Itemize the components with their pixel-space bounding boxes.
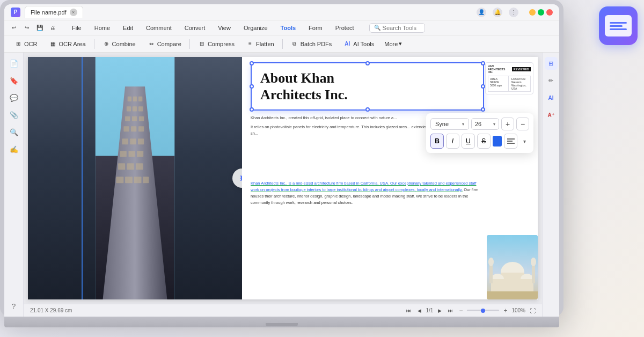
menu-home[interactable]: Home [92,24,112,32]
svg-rect-4 [133,97,137,101]
batch-btn[interactable]: ⧉ Batch PDFs [286,38,337,50]
close-btn[interactable] [546,9,553,16]
sidebar-search-icon[interactable]: 🔍 [8,126,20,138]
search-tools-input[interactable] [383,25,420,31]
zoom-in-btn[interactable]: + [503,307,507,314]
more-btn[interactable]: More ▾ [381,39,405,48]
menu-tools[interactable]: Tools [279,24,298,32]
page-navigation: ⏮ ◀ 1/1 ▶ ⏭ [404,306,455,315]
menu-convert[interactable]: Convert [182,24,208,32]
compress-btn[interactable]: ⊟ Compress [193,38,239,50]
font-select[interactable]: Syne ▾ [430,118,469,130]
menu-comment[interactable]: Comment [144,24,174,32]
undo-icon[interactable]: ↩ [10,24,18,32]
svg-rect-11 [139,116,144,121]
tab-close-btn[interactable]: × [70,9,77,16]
compare-btn[interactable]: ⇔ Compare [143,38,186,50]
status-center: ⏮ ◀ 1/1 ▶ ⏭ [404,306,455,315]
decrease-size-btn[interactable]: − [516,118,529,130]
reviewed-badge: REVIEWED [512,67,531,71]
sidebar-comment-icon[interactable]: 💬 [8,91,20,104]
laptop-notch [266,323,298,326]
color-picker-btn[interactable] [493,136,502,146]
bold-btn[interactable]: B [430,134,444,149]
maximize-btn[interactable] [538,9,544,16]
menu-file[interactable]: File [70,24,84,32]
handle-tl[interactable] [250,61,254,65]
svg-rect-22 [127,163,134,170]
flatten-btn[interactable]: ≡ Flatten [241,38,279,50]
area-cell: Area Space 5000 sqm [488,76,509,91]
file-tab[interactable]: File name.pdf × [25,6,83,18]
menu-view[interactable]: View [216,24,233,32]
redo-icon[interactable]: ↪ [23,24,31,32]
ai-icon: AI [343,40,351,48]
last-page-btn[interactable]: ⏭ [446,306,455,315]
zoom-level: 100% [511,307,525,313]
next-page-btn[interactable]: ▶ [435,306,444,315]
location-cell: Location WesternWashington, USA [510,76,530,91]
right-panel-icon-4[interactable]: A⁺ [545,108,558,121]
flatten-icon: ≡ [246,40,254,48]
toolbar-divider-3 [282,39,283,49]
print-icon[interactable]: 🖨 [48,24,57,32]
zoom-out-btn[interactable]: − [459,307,463,314]
sidebar-bookmark-icon[interactable]: 🔖 [8,74,20,87]
menu-protect[interactable]: Protect [333,24,356,32]
svg-rect-16 [130,138,136,144]
handle-tc[interactable] [365,61,370,65]
underline-btn[interactable]: U [462,134,475,149]
ocr-area-btn[interactable]: ▦ OCR Area [44,38,90,50]
more-icon[interactable]: ⋮ [509,8,518,17]
combine-btn[interactable]: ⊕ Combine [98,38,141,50]
sidebar-attach-icon[interactable]: 📎 [8,108,20,121]
title-selection-box[interactable]: About Khan Architects Inc. [251,62,484,111]
pdf-left-image [28,57,242,299]
handle-br[interactable] [481,107,485,112]
align-dropdown-btn[interactable]: ▾ [519,134,529,149]
menu-form[interactable]: Form [306,24,325,32]
minimize-btn[interactable] [529,9,536,16]
handle-bl[interactable] [250,107,254,112]
right-panel-icon-1[interactable]: ⊞ [545,57,558,70]
handle-ml[interactable] [250,84,254,89]
menu-organize[interactable]: Organize [241,24,270,32]
increase-size-btn[interactable]: + [501,118,514,130]
handle-mr[interactable] [481,84,485,89]
compress-icon: ⊟ [198,40,206,48]
user-icon[interactable]: 👤 [477,8,486,17]
main-text-area: Khan Architects Inc., is a mid-sized arc… [251,180,482,206]
svg-rect-7 [133,106,137,111]
ocr-btn[interactable]: ⊞ OCR [10,38,42,50]
building-image [28,57,242,299]
laptop-screen: P File name.pdf × 👤 🔔 ⋮ [4,4,559,317]
app-icon-graphic [605,15,632,36]
zoom-slider[interactable] [467,310,499,311]
svg-rect-21 [118,163,125,170]
sidebar-page-icon[interactable]: 📄 [8,57,20,70]
size-select[interactable]: 26 ▾ [471,118,499,130]
svg-point-39 [488,258,494,266]
svg-rect-5 [138,97,142,101]
bell-icon[interactable]: 🔔 [493,8,502,17]
right-panel-icon-3[interactable]: AI [545,91,558,104]
fit-page-btn[interactable]: ⛶ [530,307,536,314]
more-chevron-icon: ▾ [399,40,402,47]
title-bar-right: 👤 🔔 ⋮ [477,8,553,17]
ai-tools-btn[interactable]: AI AI Tools [339,38,379,50]
strikethrough-btn[interactable]: S [477,134,491,149]
svg-rect-9 [125,116,130,121]
italic-btn[interactable]: I [446,134,459,149]
align-btn[interactable] [504,134,517,149]
selection-handles [250,61,485,112]
first-page-btn[interactable]: ⏮ [404,306,413,315]
sidebar-signature-icon[interactable]: ✍ [8,143,20,156]
svg-rect-25 [125,177,133,183]
handle-bc[interactable] [365,107,370,112]
sidebar-help-icon[interactable]: ? [8,299,20,312]
handle-tr[interactable] [481,61,485,65]
right-panel-icon-2[interactable]: ✏ [545,74,558,87]
menu-edit[interactable]: Edit [121,24,135,32]
prev-page-btn[interactable]: ◀ [415,306,423,315]
save-icon[interactable]: 💾 [35,24,44,32]
